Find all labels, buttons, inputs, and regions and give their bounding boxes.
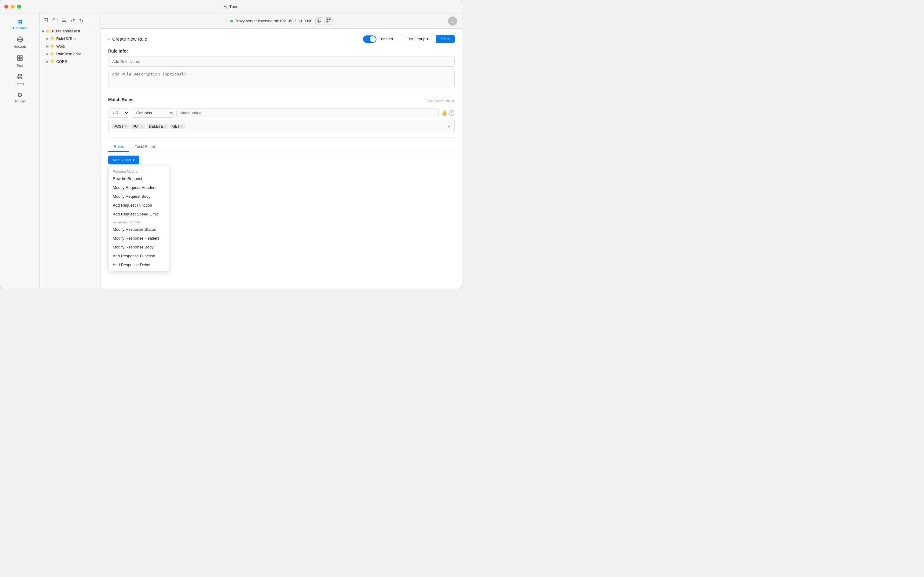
prints-icon xyxy=(16,73,23,81)
sidebar-item-prints[interactable]: Prints xyxy=(0,70,39,89)
undo-button[interactable]: ↺ xyxy=(70,18,76,24)
folder-icon: 📁 xyxy=(50,59,55,64)
method-tag-post-remove[interactable]: × xyxy=(125,125,127,128)
user-avatar[interactable]: J xyxy=(448,16,457,26)
tree-item-ruletestscript[interactable]: ▶ 📁 RuleTestScript xyxy=(40,50,101,58)
sidebar-label-network: Network xyxy=(13,45,26,48)
titlebar: ApiTune xyxy=(0,0,462,13)
api-rules-icon: ⊞ xyxy=(17,19,22,25)
tree-arrow: ▶ xyxy=(47,45,49,48)
enabled-toggle[interactable] xyxy=(363,35,377,43)
match-clock-button[interactable]: 🕐 xyxy=(449,110,455,116)
rule-header-title: Create New Rule xyxy=(112,36,147,42)
svg-rect-3 xyxy=(18,56,19,58)
svg-rect-5 xyxy=(18,58,19,61)
proxy-status-dot xyxy=(230,20,233,22)
rule-info-section: Rule Info: xyxy=(108,48,455,88)
go-group-list-button[interactable] xyxy=(61,17,68,24)
folder-icon: 📁 xyxy=(50,52,55,56)
method-tag-get: GET × xyxy=(170,124,185,129)
window-title: ApiTune xyxy=(224,4,238,9)
tree-item-label: Work xyxy=(56,44,65,48)
tree-arrow: ▶ xyxy=(42,29,45,33)
method-tag-delete-remove[interactable]: × xyxy=(164,125,166,128)
response-modify-label: Response Modify: xyxy=(108,219,169,225)
svg-rect-9 xyxy=(18,77,21,79)
rule-info-title: Rule Info: xyxy=(108,48,455,53)
method-filter-select[interactable] xyxy=(439,122,451,131)
minimize-button[interactable] xyxy=(11,5,14,8)
add-rules-dropdown: Request Modify: Rewrite Request Modify R… xyxy=(108,166,169,271)
close-button[interactable] xyxy=(4,5,8,8)
dropdown-item-rewrite-request[interactable]: Rewrite Request xyxy=(108,174,169,183)
sidebar-item-test[interactable]: Test xyxy=(0,52,39,70)
tree-item-ruleuxtest[interactable]: ▶ 📁 RuleUXTest xyxy=(40,35,101,42)
save-button[interactable]: Save xyxy=(436,35,455,43)
svg-rect-31 xyxy=(330,22,330,22)
network-icon xyxy=(16,36,23,44)
sidebar-label-settings: Settings xyxy=(14,99,26,103)
tree-arrow: ▶ xyxy=(47,60,49,63)
dropdown-item-modify-response-status[interactable]: Modify Response Status xyxy=(108,225,169,234)
add-rules-button[interactable]: Add Rules ▾ xyxy=(108,156,139,164)
top-bar: Proxy server listening on:192.168.1.11:8… xyxy=(101,13,462,29)
titlebar-buttons xyxy=(4,5,21,8)
sidebar: ⊞ API Rules Network xyxy=(0,13,40,288)
add-group-button[interactable] xyxy=(52,17,59,24)
tree-item-rulehanldertest[interactable]: ▶ 📁 RuleHandlerTest xyxy=(40,27,101,35)
enabled-toggle-group: Enabled xyxy=(363,35,393,43)
maximize-button[interactable] xyxy=(17,5,21,8)
rule-name-input[interactable] xyxy=(108,56,455,67)
dropdown-item-modify-request-headers[interactable]: Modify Request Headers xyxy=(108,183,169,192)
back-button[interactable]: ‹ xyxy=(108,36,110,42)
svg-rect-30 xyxy=(329,22,330,22)
add-rule-button[interactable] xyxy=(42,17,50,24)
tree-item-work[interactable]: ▶ 📁 Work xyxy=(40,42,101,50)
proxy-qr-button[interactable] xyxy=(325,18,332,24)
method-tag-get-remove[interactable]: × xyxy=(180,125,182,128)
dropdown-item-modify-request-body[interactable]: Modify Request Body xyxy=(108,192,169,201)
folder-icon: 📁 xyxy=(46,29,51,33)
tree-item-cors[interactable]: ▶ 📁 CORS xyxy=(40,58,101,65)
dropdown-item-modify-response-body[interactable]: Modify Response Body xyxy=(108,243,169,251)
method-tag-put-remove[interactable]: × xyxy=(141,125,143,128)
match-rules-section: Match Rules: Test Match Value URL Host P… xyxy=(108,97,455,133)
sidebar-label-test: Test xyxy=(16,64,23,67)
tab-test-script[interactable]: Test&Script xyxy=(129,142,160,152)
svg-rect-26 xyxy=(329,19,330,20)
file-tree-panel: ↺ ↻ ▶ 📁 RuleHandlerTest ▶ 📁 RuleUXTest ▶… xyxy=(40,13,101,288)
match-rules-header: Match Rules: Test Match Value xyxy=(108,97,455,105)
redo-button[interactable]: ↻ xyxy=(78,18,84,24)
match-bell-button[interactable]: 🔔 xyxy=(441,110,448,116)
svg-rect-6 xyxy=(20,58,22,61)
tab-rules[interactable]: Rules xyxy=(108,142,129,152)
sidebar-item-network[interactable]: Network xyxy=(0,33,39,52)
method-tag-put: PUT × xyxy=(130,124,145,129)
method-tag-post: POST × xyxy=(111,124,129,129)
edit-group-button[interactable]: Edit Group ▾ xyxy=(403,35,432,43)
dropdown-item-add-request-speed-limit[interactable]: Add Request Speed Limit xyxy=(108,210,169,219)
sidebar-label-prints: Prints xyxy=(15,82,24,86)
rule-header: ‹ Create New Rule Enabled xyxy=(108,35,455,43)
dropdown-item-add-response-delay[interactable]: Add Response Delay xyxy=(108,260,169,269)
proxy-copy-button[interactable] xyxy=(316,18,323,24)
sidebar-item-settings[interactable]: ⚙ Settings xyxy=(0,89,39,106)
header-divider xyxy=(398,35,398,43)
proxy-status-text: Proxy server listening on:192.168.1.11:8… xyxy=(235,19,312,23)
add-rules-chevron-icon: ▾ xyxy=(133,158,135,162)
dropdown-item-add-request-function[interactable]: Add Request Function xyxy=(108,201,169,210)
svg-rect-15 xyxy=(53,18,55,19)
rule-editor: ‹ Create New Rule Enabled xyxy=(101,29,462,288)
svg-rect-4 xyxy=(20,56,22,58)
add-rules-label: Add Rules xyxy=(113,158,131,162)
dropdown-item-modify-response-headers[interactable]: Modify Response Headers xyxy=(108,234,169,243)
match-type-select[interactable]: URL Host Path xyxy=(108,108,129,118)
rule-description-input[interactable] xyxy=(108,69,455,87)
sidebar-item-api-rules[interactable]: ⊞ API Rules xyxy=(0,16,39,33)
tree-item-label: RuleTestScript xyxy=(56,52,81,56)
dropdown-item-add-response-function[interactable]: Add Response Function xyxy=(108,251,169,260)
match-value-input[interactable] xyxy=(176,108,439,118)
match-row: URL Host Path Contains Equals Matches(Re… xyxy=(108,108,455,118)
match-method-select[interactable]: Contains Equals Matches(Regex) xyxy=(132,108,174,118)
match-rules-title: Match Rules: xyxy=(108,97,135,102)
